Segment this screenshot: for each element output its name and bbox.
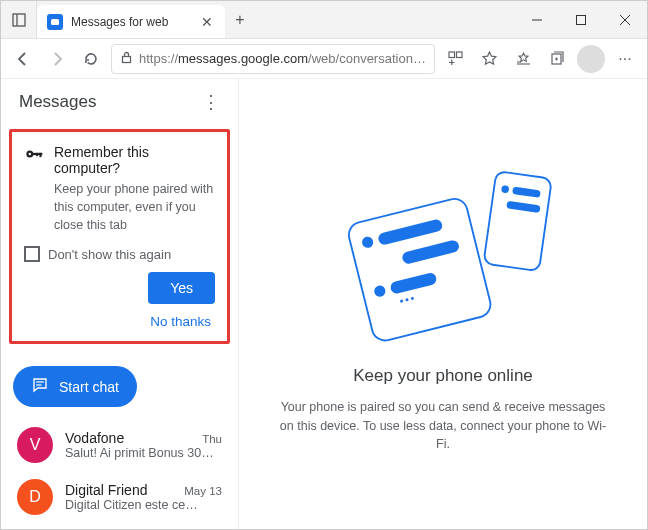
conversation-item[interactable]: DDigital FriendMay 13Digital Citizen est… <box>1 471 238 523</box>
sidebar: Messages ⋮ Remember this computer? Keep … <box>1 79 239 530</box>
back-button[interactable] <box>9 45 37 73</box>
remember-computer-prompt: Remember this computer? Keep your phone … <box>9 129 230 344</box>
favorite-icon[interactable] <box>475 45 503 73</box>
conversation-time: May 13 <box>184 485 222 497</box>
prompt-title: Remember this computer? <box>54 144 215 176</box>
svg-point-22 <box>501 185 509 193</box>
conversation-time: Thu <box>202 433 222 445</box>
prompt-body: Keep your phone paired with this compute… <box>54 180 215 234</box>
svg-rect-4 <box>577 15 586 24</box>
tab-actions-icon[interactable] <box>1 1 37 38</box>
tab-favicon-icon <box>47 14 63 30</box>
svg-rect-2 <box>51 19 59 25</box>
svg-rect-8 <box>449 52 455 58</box>
conversation-name: Vodafone <box>65 430 124 446</box>
url-text: https://messages.google.com/web/conversa… <box>139 51 426 66</box>
svg-rect-29 <box>389 272 437 295</box>
svg-rect-26 <box>377 218 443 246</box>
svg-rect-24 <box>506 201 540 213</box>
tab-close-icon[interactable]: ✕ <box>199 12 215 32</box>
maximize-button[interactable] <box>559 1 603 38</box>
svg-point-14 <box>29 153 32 156</box>
collections-icon[interactable] <box>543 45 571 73</box>
forward-button[interactable] <box>43 45 71 73</box>
svg-point-31 <box>405 298 409 302</box>
svg-point-32 <box>411 296 415 300</box>
checkbox-icon <box>24 246 40 262</box>
conversation-item[interactable]: VVodafoneThuSalut! Ai primit Bonus 30… <box>1 419 238 471</box>
phone-illustration <box>303 156 583 346</box>
svg-rect-23 <box>512 186 541 197</box>
browser-tab[interactable]: Messages for web ✕ <box>37 5 225 38</box>
dont-show-checkbox[interactable]: Don't show this again <box>24 246 215 262</box>
no-thanks-button[interactable]: No thanks <box>150 314 215 329</box>
svg-rect-9 <box>456 52 462 58</box>
svg-rect-16 <box>39 153 41 157</box>
favorites-bar-icon[interactable] <box>509 45 537 73</box>
new-tab-button[interactable]: + <box>225 1 255 38</box>
tab-title: Messages for web <box>71 15 191 29</box>
address-bar[interactable]: https://messages.google.com/web/conversa… <box>111 44 435 74</box>
empty-state-body: Your phone is paired so you can send & r… <box>273 398 613 454</box>
svg-point-25 <box>361 235 375 249</box>
conversation-avatar: D <box>17 479 53 515</box>
conversation-avatar: V <box>17 427 53 463</box>
svg-rect-0 <box>13 14 25 26</box>
svg-rect-20 <box>483 171 551 271</box>
conversation-preview: Digital Citizen este ce… <box>65 498 222 512</box>
app-launcher-icon[interactable] <box>441 45 469 73</box>
svg-rect-27 <box>401 239 460 265</box>
svg-point-30 <box>400 299 404 303</box>
close-window-button[interactable] <box>603 1 647 38</box>
svg-point-28 <box>373 284 387 298</box>
url-bar: https://messages.google.com/web/conversa… <box>1 39 647 79</box>
main-panel: Keep your phone online Your phone is pai… <box>239 79 647 530</box>
key-icon <box>24 144 44 234</box>
more-menu-icon[interactable]: ⋮ <box>202 91 220 113</box>
svg-rect-21 <box>346 196 493 343</box>
conversation-preview: Salut! Ai primit Bonus 30… <box>65 446 222 460</box>
profile-avatar[interactable] <box>577 45 605 73</box>
yes-button[interactable]: Yes <box>148 272 215 304</box>
start-chat-label: Start chat <box>59 379 119 395</box>
conversation-name: Digital Friend <box>65 482 147 498</box>
menu-icon[interactable]: ··· <box>611 45 639 73</box>
lock-icon <box>120 51 133 67</box>
start-chat-icon <box>31 376 49 397</box>
minimize-button[interactable] <box>515 1 559 38</box>
svg-rect-7 <box>123 56 131 62</box>
empty-state-title: Keep your phone online <box>353 366 533 386</box>
start-chat-button[interactable]: Start chat <box>13 366 137 407</box>
app-title: Messages <box>19 92 96 112</box>
window-titlebar: Messages for web ✕ + <box>1 1 647 39</box>
window-controls <box>515 1 647 38</box>
refresh-button[interactable] <box>77 45 105 73</box>
svg-rect-17 <box>36 153 38 156</box>
